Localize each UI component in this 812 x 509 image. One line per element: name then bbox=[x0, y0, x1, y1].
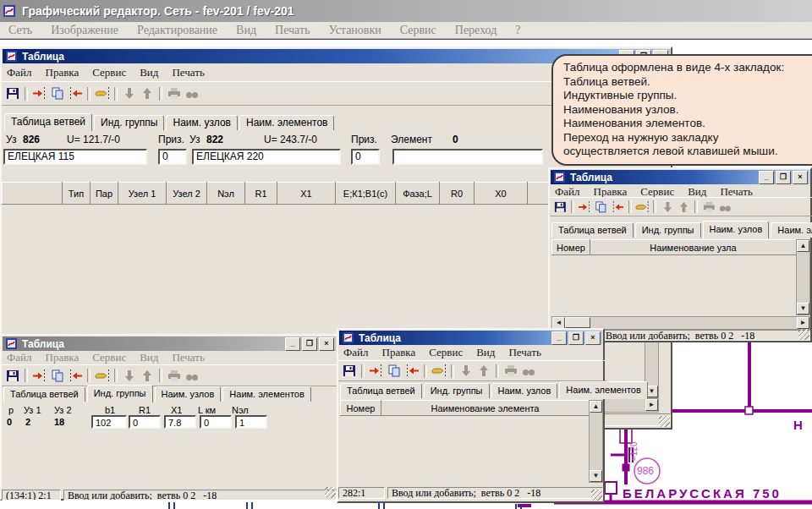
window-titlebar[interactable]: Таблица _ ❐ × bbox=[551, 170, 809, 184]
resize-grip[interactable] bbox=[591, 490, 602, 501]
minimize-button[interactable]: _ bbox=[285, 337, 300, 351]
enter-record-icon[interactable] bbox=[635, 200, 650, 213]
menu-print[interactable]: Печать bbox=[508, 346, 540, 359]
maximize-button[interactable]: ❐ bbox=[568, 331, 584, 345]
resize-grip[interactable] bbox=[798, 329, 809, 340]
move-up-icon[interactable] bbox=[140, 87, 155, 101]
window-titlebar[interactable]: Таблица _ ❐ × bbox=[3, 337, 336, 351]
move-up-icon[interactable] bbox=[140, 369, 155, 382]
move-up-icon[interactable] bbox=[677, 200, 691, 213]
insert-row-icon[interactable] bbox=[32, 369, 47, 382]
maximize-button[interactable]: ❐ bbox=[776, 171, 791, 184]
column-header[interactable]: Nэл bbox=[207, 183, 245, 205]
scroll-down-icon[interactable]: ▼ bbox=[590, 470, 602, 482]
search-icon[interactable] bbox=[184, 369, 200, 382]
move-down-icon[interactable] bbox=[122, 369, 137, 382]
copy-icon[interactable] bbox=[595, 200, 609, 213]
menu-edit[interactable]: Правка bbox=[46, 351, 80, 364]
menu-file[interactable]: Файл bbox=[7, 351, 32, 364]
move-down-icon[interactable] bbox=[661, 200, 675, 213]
scroll-down-icon[interactable]: ▼ bbox=[797, 303, 809, 315]
delete-row-icon[interactable] bbox=[68, 369, 83, 382]
element-name-input[interactable] bbox=[392, 149, 543, 165]
menu-print[interactable]: Печать bbox=[172, 66, 204, 79]
delete-row-icon[interactable] bbox=[404, 364, 420, 378]
column-header[interactable]: Номер bbox=[552, 240, 590, 255]
search-icon[interactable] bbox=[718, 200, 732, 213]
scroll-up-icon[interactable]: ▲ bbox=[797, 240, 809, 252]
delete-row-icon[interactable] bbox=[68, 87, 83, 101]
column-header[interactable]: R0 bbox=[440, 183, 475, 205]
menu-edit[interactable]: Правка bbox=[382, 346, 416, 359]
menu-service[interactable]: Сервис bbox=[92, 351, 126, 364]
copy-icon[interactable] bbox=[387, 364, 402, 378]
r1-input[interactable]: 0 bbox=[129, 415, 161, 429]
resize-grip[interactable] bbox=[659, 416, 670, 427]
menu-edit[interactable]: Правка bbox=[46, 66, 80, 79]
column-header[interactable]: X1 bbox=[277, 183, 336, 205]
tab-ind-groups[interactable]: Инд. группы bbox=[94, 115, 164, 130]
menu-service[interactable]: Сервис bbox=[92, 66, 126, 79]
column-header[interactable]: Фаза;L bbox=[396, 183, 440, 205]
close-button[interactable]: × bbox=[319, 337, 334, 351]
tab-node-names[interactable]: Наим. узлов bbox=[491, 383, 558, 398]
move-down-icon[interactable] bbox=[458, 364, 474, 378]
close-button[interactable]: × bbox=[793, 171, 808, 184]
column-header[interactable]: Узел 2 bbox=[167, 183, 207, 205]
column-header[interactable]: Е;К1;В1(с) bbox=[336, 183, 396, 205]
tab-ind-groups[interactable]: Инд. группы bbox=[87, 385, 153, 402]
menu-file[interactable]: Файл bbox=[7, 66, 32, 79]
column-header[interactable]: Наименование элемента bbox=[381, 401, 590, 416]
tab-branches[interactable]: Таблица ветвей bbox=[4, 113, 92, 131]
vertical-scrollbar[interactable]: ▲ ▼ bbox=[589, 400, 603, 483]
copy-icon[interactable] bbox=[50, 87, 65, 101]
tab-ind-groups[interactable]: Инд. группы bbox=[424, 383, 490, 398]
copy-icon[interactable] bbox=[50, 369, 65, 382]
insert-row-icon[interactable] bbox=[32, 87, 47, 101]
menu-view[interactable]: Вид bbox=[476, 346, 495, 359]
tab-node-names[interactable]: Наим. узлов bbox=[166, 115, 238, 130]
x1-input[interactable]: 7.8 bbox=[164, 415, 196, 429]
column-header[interactable]: Пар bbox=[91, 183, 118, 205]
tab-element-names[interactable]: Наим. элементов bbox=[239, 115, 334, 130]
enter-record-icon[interactable] bbox=[95, 369, 110, 382]
close-button[interactable]: × bbox=[585, 331, 601, 345]
column-header[interactable]: Тип bbox=[63, 183, 91, 205]
column-header[interactable] bbox=[3, 183, 63, 205]
menu-view[interactable]: Вид bbox=[140, 66, 158, 79]
save-icon[interactable] bbox=[342, 364, 357, 378]
move-up-icon[interactable] bbox=[476, 364, 491, 378]
scroll-left-icon[interactable]: ◄ bbox=[552, 317, 565, 329]
nel-input[interactable]: 1 bbox=[235, 415, 267, 429]
insert-row-icon[interactable] bbox=[369, 364, 384, 378]
priz1-input[interactable]: 0 bbox=[158, 149, 187, 165]
tab-element-names[interactable]: Наим. элементов bbox=[771, 222, 812, 238]
resize-grip[interactable] bbox=[325, 487, 336, 498]
maximize-button[interactable]: ❐ bbox=[302, 337, 317, 351]
menu-print[interactable]: Печать bbox=[172, 351, 204, 364]
tab-element-names[interactable]: Наим. элементов bbox=[559, 381, 647, 399]
node1-name-input[interactable]: ЕЛЕЦКАЯ 115 bbox=[3, 149, 147, 165]
scroll-thumb[interactable] bbox=[565, 317, 590, 328]
column-header[interactable]: R1 bbox=[245, 183, 277, 205]
tab-node-names[interactable]: Наим. узлов bbox=[703, 221, 770, 238]
insert-row-icon[interactable] bbox=[578, 200, 592, 213]
tab-ind-groups[interactable]: Инд. группы bbox=[635, 222, 701, 238]
search-icon[interactable] bbox=[521, 364, 536, 378]
enter-record-icon[interactable] bbox=[431, 364, 447, 378]
minimize-button[interactable]: _ bbox=[551, 331, 567, 345]
print-icon[interactable] bbox=[167, 87, 182, 101]
menu-view[interactable]: Вид bbox=[140, 351, 158, 364]
minimize-button[interactable]: _ bbox=[759, 171, 774, 184]
delete-row-icon[interactable] bbox=[611, 200, 625, 213]
tab-node-names[interactable]: Наим. узлов bbox=[155, 386, 222, 402]
column-header[interactable]: Номер bbox=[341, 401, 381, 416]
save-icon[interactable] bbox=[5, 87, 20, 101]
search-icon[interactable] bbox=[184, 87, 200, 101]
node2-name-input[interactable]: ЕЛЕЦКАЯ 220 bbox=[192, 149, 341, 165]
tab-branches[interactable]: Таблица ветвей bbox=[340, 383, 422, 398]
scroll-right-icon[interactable]: ► bbox=[645, 399, 658, 411]
print-icon[interactable] bbox=[167, 369, 182, 382]
save-icon[interactable] bbox=[5, 369, 20, 382]
b1-input[interactable]: 102 bbox=[91, 415, 127, 429]
